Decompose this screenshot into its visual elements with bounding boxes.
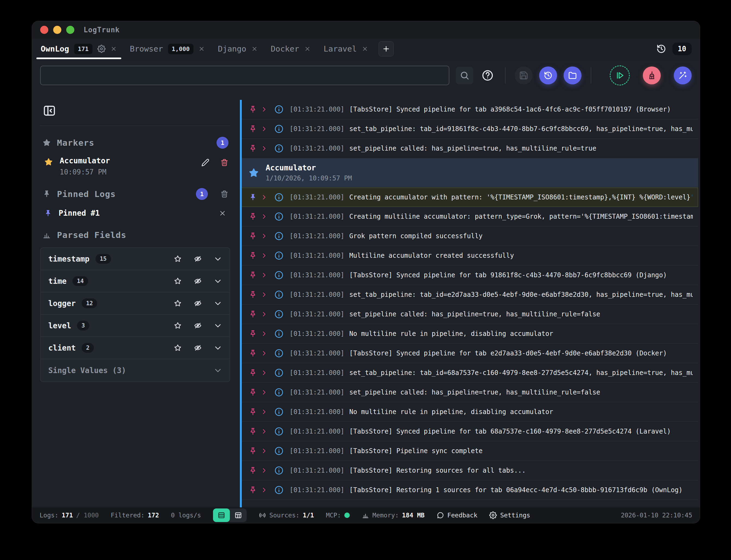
log-row[interactable]: [01:31:21.000] set_pipeline called: has_…	[242, 383, 698, 402]
pinned-pin-icon[interactable]	[249, 193, 257, 201]
expand-chevron-icon[interactable]	[261, 448, 267, 454]
tab-close-icon[interactable]	[304, 46, 311, 52]
add-tab-button[interactable]	[379, 41, 394, 56]
log-row[interactable]: [01:31:21.000] [TabsStore] Synced pipeli…	[242, 344, 698, 363]
table-view-button[interactable]	[230, 508, 247, 522]
field-row-logger[interactable]: logger 12	[41, 292, 230, 315]
settings-button[interactable]: Settings	[489, 511, 530, 519]
chevron-down-icon[interactable]	[214, 322, 222, 330]
pin-icon[interactable]	[249, 212, 257, 221]
single-values-row[interactable]: Single Values (3)	[41, 359, 230, 381]
hide-field-icon[interactable]	[194, 299, 202, 307]
field-row-timestamp[interactable]: timestamp 15	[41, 248, 230, 270]
tab-close-icon[interactable]	[362, 46, 368, 52]
expand-chevron-icon[interactable]	[261, 106, 267, 113]
session-history-icon[interactable]	[656, 44, 666, 54]
expand-chevron-icon[interactable]	[261, 350, 267, 357]
search-history-button[interactable]	[539, 66, 557, 84]
expand-chevron-icon[interactable]	[261, 194, 267, 201]
pin-icon[interactable]	[249, 271, 257, 279]
expand-chevron-icon[interactable]	[261, 291, 267, 298]
pin-icon[interactable]	[249, 427, 257, 435]
edit-marker-icon[interactable]	[201, 158, 209, 167]
log-row[interactable]: [01:31:21.000] Multiline accumulator cre…	[242, 246, 698, 266]
pin-icon[interactable]	[249, 330, 257, 338]
delete-marker-icon[interactable]	[220, 158, 228, 167]
log-row[interactable]: [01:31:21.000] set_tab_pipeline: tab_id=…	[242, 285, 698, 305]
pin-icon[interactable]	[249, 408, 257, 416]
hide-field-icon[interactable]	[194, 322, 202, 330]
list-view-button[interactable]	[213, 508, 230, 522]
log-row[interactable]: [01:31:21.000] No multiline rule in pipe…	[242, 402, 698, 422]
pin-icon[interactable]	[249, 291, 257, 299]
log-row[interactable]: [01:31:21.000] set_pipeline called: has_…	[242, 305, 698, 324]
hide-field-icon[interactable]	[194, 344, 202, 352]
pin-icon[interactable]	[249, 447, 257, 455]
expand-chevron-icon[interactable]	[261, 409, 267, 415]
resume-stream-button[interactable]	[610, 65, 630, 85]
tab-django[interactable]: Django	[211, 39, 264, 59]
feedback-button[interactable]: Feedback	[437, 511, 478, 519]
expand-chevron-icon[interactable]	[261, 330, 267, 337]
tab-docker[interactable]: Docker	[264, 39, 317, 59]
log-row[interactable]: [01:31:21.000] Grok pattern compiled suc…	[242, 227, 698, 246]
favorite-field-icon[interactable]	[174, 277, 182, 285]
expand-chevron-icon[interactable]	[261, 145, 267, 152]
field-row-client[interactable]: client 2	[41, 337, 230, 359]
field-row-level[interactable]: level 3	[41, 315, 230, 337]
tab-settings-gear-icon[interactable]	[97, 45, 106, 53]
log-row[interactable]: [01:31:21.000] Creating multiline accumu…	[242, 207, 698, 227]
log-row[interactable]: [01:31:21.000] [TabsStore] Pipeline sync…	[242, 441, 698, 461]
pin-icon[interactable]	[249, 232, 257, 240]
expand-chevron-icon[interactable]	[261, 272, 267, 278]
tab-close-icon[interactable]	[198, 46, 205, 52]
log-row[interactable]: [01:31:21.000] [TabsStore] Synced pipeli…	[242, 266, 698, 285]
expand-chevron-icon[interactable]	[261, 213, 267, 220]
marker-row-accumulator[interactable]: Accumulator 1/10/2026, 10:09:57 PM	[242, 158, 698, 187]
pin-icon[interactable]	[249, 105, 257, 113]
expand-chevron-icon[interactable]	[261, 370, 267, 376]
expand-chevron-icon[interactable]	[261, 126, 267, 132]
pin-icon[interactable]	[249, 125, 257, 133]
chevron-down-icon[interactable]	[214, 299, 222, 307]
log-row[interactable]: [01:31:21.000] set_pipeline called: has_…	[242, 139, 698, 158]
pin-icon[interactable]	[249, 144, 257, 152]
hide-field-icon[interactable]	[194, 277, 202, 285]
close-window-button[interactable]	[40, 26, 48, 34]
log-row[interactable]: [01:31:21.000] set_tab_pipeline: tab_id=…	[242, 119, 698, 139]
zoom-window-button[interactable]	[66, 26, 74, 34]
chevron-down-icon[interactable]	[214, 277, 222, 285]
pin-icon[interactable]	[249, 486, 257, 494]
marker-item[interactable]: Accumulator 10:09:57 PM	[44, 156, 228, 176]
log-row-pinned[interactable]: [01:31:21.000] Creating accumulator with…	[242, 187, 698, 207]
log-row[interactable]: [01:31:21.000] [TabsStore] Restoring sou…	[242, 461, 698, 481]
hide-field-icon[interactable]	[194, 255, 202, 263]
search-button[interactable]	[456, 67, 473, 84]
clear-pinned-icon[interactable]	[220, 190, 228, 198]
pin-icon[interactable]	[249, 466, 257, 475]
magic-parse-button[interactable]	[674, 66, 692, 84]
expand-chevron-icon[interactable]	[261, 311, 267, 317]
expand-chevron-icon[interactable]	[261, 428, 267, 435]
tab-browser[interactable]: Browser 1,000	[123, 39, 211, 59]
favorite-field-icon[interactable]	[174, 322, 182, 330]
log-row[interactable]: [01:31:21.000] No multiline rule in pipe…	[242, 324, 698, 344]
favorite-field-icon[interactable]	[174, 255, 182, 263]
expand-chevron-icon[interactable]	[261, 233, 267, 239]
pin-icon[interactable]	[249, 369, 257, 377]
collapse-sidebar-button[interactable]	[42, 104, 58, 119]
expand-chevron-icon[interactable]	[261, 252, 267, 259]
chevron-down-icon[interactable]	[214, 344, 222, 352]
unpin-icon[interactable]	[219, 209, 226, 217]
pin-icon[interactable]	[249, 349, 257, 357]
log-row[interactable]: [01:31:21.000] set_tab_pipeline: tab_id=…	[242, 363, 698, 383]
tab-close-icon[interactable]	[251, 46, 258, 52]
pin-icon[interactable]	[249, 310, 257, 318]
pinned-log-item[interactable]: Pinned #1	[44, 209, 226, 218]
open-file-button[interactable]	[564, 66, 581, 84]
field-row-time[interactable]: time 14	[41, 270, 230, 292]
expand-chevron-icon[interactable]	[261, 389, 267, 396]
pin-icon[interactable]	[249, 252, 257, 260]
expand-chevron-icon[interactable]	[261, 467, 267, 474]
search-help-button[interactable]	[480, 67, 496, 84]
